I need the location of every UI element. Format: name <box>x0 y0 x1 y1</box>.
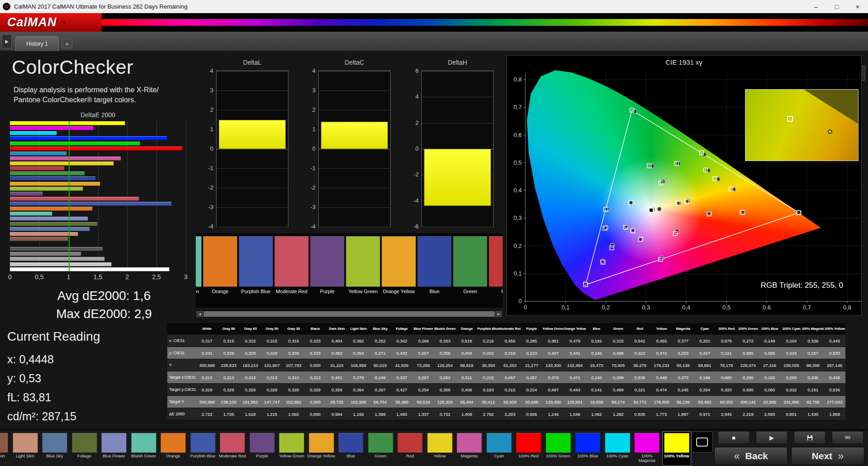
table-cell: 1,165 <box>348 408 369 420</box>
y-axis-tick-label: 1 <box>200 126 213 133</box>
swatch-tile-orange[interactable]: Orange <box>203 236 237 295</box>
table-cell: 0,249 <box>369 371 391 383</box>
table-cell: 0,315 <box>240 335 261 347</box>
column-header: Yellow Green <box>542 323 564 334</box>
y-axis-tick-label: 0 <box>405 145 419 152</box>
scroll-left-arrow[interactable]: ◄ <box>196 311 203 317</box>
measured-point <box>650 164 654 168</box>
patch-label: 100% Cyan <box>604 454 632 458</box>
patch-tile-dark-skin[interactable]: Dark Skin <box>0 432 9 466</box>
swatch-tile-moderate-red[interactable]: Moderate Red <box>274 236 309 295</box>
table-cell: 0,497 <box>542 384 564 395</box>
table-cell: 0,332 <box>780 384 802 395</box>
gridline <box>217 207 288 208</box>
patch-tile-light-skin[interactable]: Light Skin <box>11 432 39 466</box>
patch-tile-foliage[interactable]: Foliage <box>71 432 99 466</box>
patch-tile-orange[interactable]: Orange <box>159 432 187 466</box>
swatch-strip-scrollbar[interactable]: ◄ ► <box>196 310 503 318</box>
swatch-tile-bluish-green[interactable]: Bluish Green <box>196 236 202 295</box>
patch-tile-100-cyan[interactable]: 100% Cyan <box>604 432 632 466</box>
patch-tile-yellow[interactable]: Yellow <box>426 432 454 466</box>
bar-100-magenta <box>10 126 94 130</box>
patch-tile-100-red[interactable]: 100% Red <box>514 432 542 466</box>
patch-tile-100-magenta[interactable]: 100% Magenta <box>633 432 661 466</box>
swatch-tile-blue[interactable]: Blue <box>417 236 452 295</box>
patch-tile-purple[interactable]: Purple <box>248 432 276 466</box>
table-cell: 0,329 <box>240 384 261 395</box>
swatch-tile-green[interactable]: Green <box>453 236 487 295</box>
table-cell: 1,462 <box>586 408 608 420</box>
patch-swatch <box>250 433 275 453</box>
table-cell: 0,320 <box>716 384 737 395</box>
patch-tile-red[interactable]: Red <box>396 432 424 466</box>
patch-tile-blue-sky[interactable]: Blue Sky <box>41 432 69 466</box>
row-label: ΔE 2000 <box>167 408 196 420</box>
patch-tile-100-yellow[interactable]: 100% Yellow <box>663 432 691 466</box>
scroll-right-arrow[interactable]: ► <box>495 311 502 317</box>
table-cell: 0,330 <box>283 347 304 359</box>
next-button[interactable]: Next » <box>791 447 864 465</box>
patch-tile-purplish-blue[interactable]: Purplish Blue <box>189 432 217 466</box>
swatch <box>489 236 503 287</box>
close-button[interactable]: × <box>847 0 868 13</box>
patch-tile-100-blue[interactable]: 100% Blue <box>574 432 602 466</box>
minimize-button[interactable]: – <box>806 0 826 13</box>
patch-tile-moderate-red[interactable]: Moderate Red <box>218 432 246 466</box>
swatch-tile-yellow-green[interactable]: Yellow Green <box>346 236 380 295</box>
table-cell: 0,382 <box>348 335 369 347</box>
table-cell: 0,272 <box>737 335 759 347</box>
add-tab-button[interactable]: + <box>61 39 72 48</box>
table-cell: 1,366 <box>369 408 391 420</box>
patch-tile-magenta[interactable]: Magenta <box>455 432 483 466</box>
play-button[interactable]: ▶ <box>756 431 788 444</box>
patch-tile-orange-yellow[interactable]: Orange Yellow <box>307 432 335 466</box>
patch-tile-blue-flower[interactable]: Blue Flower <box>100 432 128 466</box>
gridline <box>217 188 288 188</box>
table-cell: 35,412 <box>477 396 499 408</box>
gridline <box>422 97 493 97</box>
tab-history-1[interactable]: History 1 <box>15 36 59 51</box>
bar-row <box>10 217 186 221</box>
table-cell: 0,565 <box>521 408 542 420</box>
swatch-tile-purplish-blue[interactable]: Purplish Blue <box>239 236 273 295</box>
patch-label: Magenta <box>455 454 483 458</box>
table-cell: 1,337 <box>413 408 434 420</box>
patch-tile-cyan[interactable]: Cyan <box>485 432 513 466</box>
patch-tile-blue[interactable]: Blue <box>337 432 365 466</box>
table-cell: 60,139 <box>672 359 694 371</box>
stop-button[interactable]: ■ <box>718 431 750 444</box>
patch-tile-yellow-green[interactable]: Yellow Green <box>278 432 306 466</box>
column-header: Gray 65 <box>240 323 261 334</box>
patch-tile-green[interactable]: Green <box>367 432 395 466</box>
back-chevrons-icon: « <box>734 450 740 462</box>
page-description: Display analysis is performed with the X… <box>14 85 208 105</box>
panel-toggle-button[interactable]: ▶ <box>2 34 12 48</box>
table-cell: 0,432 <box>391 347 413 359</box>
inset-target-marker <box>787 116 793 122</box>
table-cell: 228,474 <box>737 359 759 371</box>
calman-logo[interactable]: CalMAN ▼ <box>0 13 102 32</box>
scrollbar-thumb[interactable] <box>204 311 495 317</box>
loop-button[interactable]: ∞ <box>832 431 863 444</box>
bar-row <box>10 247 186 251</box>
gridline <box>217 90 288 91</box>
table-cell: 0,342 <box>391 335 413 347</box>
table-cell: 88,819 <box>456 359 477 371</box>
patch-tile-100-green[interactable]: 100% Green <box>544 432 572 466</box>
swatch-tile-purple[interactable]: Purple <box>310 236 344 295</box>
maximize-button[interactable]: □ <box>826 0 847 13</box>
table-cell: 235,833 <box>218 359 240 371</box>
back-button[interactable]: « Back <box>714 447 788 465</box>
y-axis-tick-label: -2 <box>302 184 316 191</box>
swatch-tile-red[interactable]: Red <box>489 236 503 295</box>
swatch-tile-orange-yellow[interactable]: Orange Yellow <box>382 236 416 295</box>
table-cell: 102,908 <box>348 396 369 408</box>
column-header: Green <box>607 323 629 334</box>
save-button[interactable] <box>794 431 826 444</box>
patch-tile-bluish-green[interactable]: Bluish Green <box>130 432 158 466</box>
table-cell: 0,204 <box>780 335 802 347</box>
pattern-window-button[interactable] <box>691 432 713 452</box>
bar-purplish-blue <box>10 202 172 206</box>
table-cell: 0,202 <box>477 347 499 359</box>
table-cell: 0,268 <box>413 335 434 347</box>
